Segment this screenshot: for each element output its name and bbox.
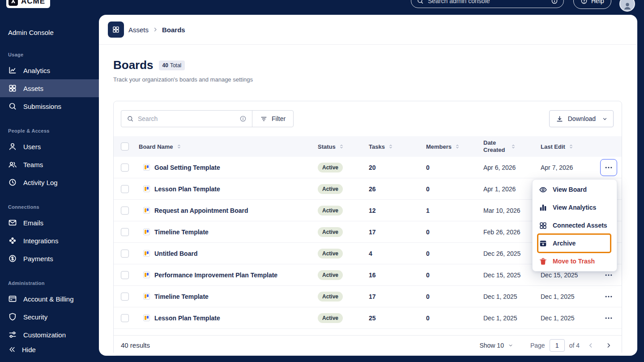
date-created: Apr 1, 2026 bbox=[478, 178, 535, 199]
board-icon bbox=[143, 250, 150, 257]
trash-icon bbox=[539, 257, 547, 266]
select-all-checkbox[interactable] bbox=[121, 142, 129, 151]
previous-page-button[interactable] bbox=[584, 339, 597, 352]
tasks-count: 26 bbox=[363, 178, 421, 199]
show-per-page-select[interactable]: Show 10 bbox=[479, 342, 513, 349]
bar-chart-icon bbox=[539, 203, 547, 212]
sidebar-item-teams[interactable]: Teams bbox=[0, 155, 99, 173]
row-actions-button[interactable] bbox=[600, 310, 617, 327]
status-badge: Active bbox=[318, 249, 343, 259]
column-header-tasks[interactable]: Tasks bbox=[363, 136, 421, 157]
chevron-right-icon bbox=[605, 342, 612, 349]
sidebar-item-label: Customization bbox=[23, 331, 66, 339]
board-name: Performance Improvement Plan Template bbox=[154, 272, 277, 279]
sort-icon[interactable] bbox=[454, 143, 461, 150]
menu-item-move-to-trash[interactable]: Move to Trash bbox=[533, 252, 617, 270]
user-icon bbox=[8, 142, 17, 151]
sort-icon[interactable] bbox=[338, 143, 345, 150]
table-footer: 40 results Show 10 Page of 4 bbox=[114, 335, 622, 355]
admin-search-input[interactable] bbox=[428, 0, 547, 4]
info-icon bbox=[551, 0, 558, 4]
board-name-cell[interactable]: Request an Appointment Board bbox=[133, 200, 312, 221]
column-header-label: Date Created bbox=[483, 139, 508, 153]
next-page-button[interactable] bbox=[602, 339, 615, 352]
board-name-cell[interactable]: Lesson Plan Template bbox=[133, 307, 312, 328]
sidebar-item-emails[interactable]: Emails bbox=[0, 214, 99, 232]
sidebar-item-users[interactable]: Users bbox=[0, 138, 99, 155]
sidebar-item-account-billing[interactable]: Account & Billing bbox=[0, 290, 99, 308]
menu-item-connected-assets[interactable]: Connected Assets bbox=[533, 216, 617, 234]
download-button[interactable]: Download bbox=[549, 110, 614, 127]
customization-icon bbox=[8, 330, 17, 339]
column-header-status[interactable]: Status bbox=[312, 136, 363, 157]
collapse-icon bbox=[8, 345, 16, 353]
context-menu-item-label: Archive bbox=[553, 240, 576, 247]
menu-item-view-board[interactable]: View Board bbox=[533, 181, 617, 198]
table-search-input[interactable] bbox=[138, 115, 235, 122]
help-button[interactable]: Help bbox=[573, 0, 611, 9]
board-name-cell[interactable]: Performance Improvement Plan Template bbox=[133, 264, 312, 285]
filter-label: Filter bbox=[272, 115, 286, 122]
assets-icon bbox=[8, 84, 17, 93]
row-checkbox[interactable] bbox=[121, 293, 129, 301]
total-badge: 40 Total bbox=[159, 60, 185, 70]
menu-item-archive[interactable]: Archive bbox=[533, 234, 617, 252]
menu-item-view-analytics[interactable]: View Analytics bbox=[533, 198, 617, 216]
admin-search[interactable] bbox=[411, 0, 564, 8]
board-name-cell[interactable]: Lesson Plan Template bbox=[133, 178, 312, 199]
board-name-cell[interactable]: Timeline Template bbox=[133, 221, 312, 242]
row-actions-button[interactable] bbox=[600, 288, 617, 305]
sort-icon[interactable] bbox=[568, 143, 574, 150]
column-header-date-created[interactable]: Date Created bbox=[478, 136, 535, 157]
date-created: Dec 26, 2025 bbox=[478, 243, 535, 264]
date-created: Feb 26, 2026 bbox=[478, 221, 535, 242]
sort-icon[interactable] bbox=[510, 143, 516, 150]
row-checkbox[interactable] bbox=[121, 271, 129, 279]
board-name: Timeline Template bbox=[154, 228, 209, 236]
board-name: Request an Appointment Board bbox=[154, 207, 248, 214]
status-badge: Active bbox=[318, 163, 343, 172]
table-search[interactable] bbox=[121, 111, 252, 127]
date-created: Apr 6, 2026 bbox=[478, 157, 535, 178]
help-label: Help bbox=[591, 0, 604, 4]
page-number-input[interactable] bbox=[550, 339, 565, 352]
row-checkbox[interactable] bbox=[121, 228, 129, 236]
column-header-last-edit[interactable]: Last Edit bbox=[535, 136, 596, 157]
board-name-cell[interactable]: Goal Setting Template bbox=[133, 157, 312, 178]
avatar[interactable] bbox=[619, 0, 635, 12]
sidebar-item-submissions[interactable]: Submissions bbox=[0, 97, 99, 115]
sidebar-hide-button[interactable]: Hide bbox=[0, 341, 44, 358]
table-row: Goal Setting Template Active 20 0 Apr 6,… bbox=[114, 157, 622, 178]
board-name-cell[interactable]: Untitled Board bbox=[133, 243, 312, 264]
row-checkbox[interactable] bbox=[121, 185, 129, 193]
row-checkbox[interactable] bbox=[121, 250, 129, 258]
sidebar-item-assets[interactable]: Assets bbox=[0, 79, 99, 97]
sort-icon[interactable] bbox=[388, 143, 394, 150]
sidebar-item-label: Integrations bbox=[23, 237, 58, 245]
filter-button[interactable]: Filter bbox=[252, 111, 293, 127]
sidebar: Admin Console Usage Analytics Assets Sub… bbox=[0, 0, 99, 362]
ellipsis-icon bbox=[604, 314, 613, 323]
sidebar-item-analytics[interactable]: Analytics bbox=[0, 61, 99, 79]
sidebar-item-integrations[interactable]: Integrations bbox=[0, 232, 99, 250]
sidebar-item-customization[interactable]: Customization bbox=[0, 326, 99, 344]
breadcrumb-parent[interactable]: Assets bbox=[128, 26, 149, 34]
sidebar-item-payments[interactable]: Payments bbox=[0, 250, 99, 267]
date-created: Mar 10, 2026 bbox=[478, 200, 535, 221]
row-checkbox[interactable] bbox=[121, 207, 129, 215]
column-header-members[interactable]: Members bbox=[421, 136, 478, 157]
board-name-cell[interactable]: Timeline Template bbox=[133, 286, 312, 307]
column-header-board-name[interactable]: Board Name bbox=[133, 136, 312, 157]
sort-icon[interactable] bbox=[176, 143, 182, 150]
chevron-right-icon bbox=[152, 26, 158, 33]
sidebar-item-security[interactable]: Security bbox=[0, 308, 99, 326]
row-actions-button[interactable] bbox=[600, 159, 617, 176]
row-checkbox[interactable] bbox=[121, 314, 129, 322]
sidebar-item-activity-log[interactable]: Activity Log bbox=[0, 173, 99, 191]
acme-logo[interactable]: ACME bbox=[6, 0, 50, 8]
ellipsis-icon bbox=[604, 271, 613, 280]
row-checkbox[interactable] bbox=[121, 164, 129, 172]
date-created: Dec 15, 2025 bbox=[478, 264, 535, 285]
last-edit: Apr 7, 2026 bbox=[535, 157, 596, 178]
chevron-left-icon bbox=[587, 342, 594, 349]
